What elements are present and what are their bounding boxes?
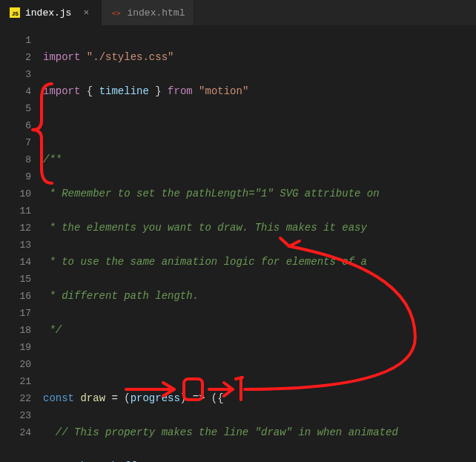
line-number: 17: [0, 305, 31, 322]
line-number: 8: [0, 151, 31, 168]
line-number: 14: [0, 254, 31, 271]
tab-label: index.js: [25, 7, 71, 19]
svg-text:<>: <>: [112, 10, 121, 18]
code-line: const draw = (progress) => ({: [43, 390, 476, 407]
code-line: [43, 356, 476, 373]
line-number: 11: [0, 202, 31, 220]
close-icon[interactable]: ×: [80, 7, 92, 19]
code-line: * different path length.: [43, 288, 476, 305]
html-icon: <>: [110, 7, 122, 19]
tab-label: index.html: [127, 7, 185, 19]
js-icon: JS: [9, 7, 21, 19]
code-line: strokeDashoffset: 1 - progress,: [43, 458, 476, 462]
line-number: 16: [0, 288, 31, 305]
line-number: 24: [0, 424, 31, 441]
line-number: 18: [0, 322, 31, 339]
line-number: 5: [0, 100, 31, 117]
line-number: 10: [0, 185, 31, 202]
tab-bar: JS index.js × <> index.html: [0, 0, 476, 26]
code-line: // This property makes the line "draw" i…: [43, 424, 476, 441]
code-line: * the elements you want to draw. This ma…: [43, 220, 476, 237]
line-number: 12: [0, 220, 31, 237]
svg-text:JS: JS: [12, 10, 19, 17]
line-number: 19: [0, 339, 31, 356]
line-number: 13: [0, 237, 31, 254]
line-number: 3: [0, 66, 31, 83]
line-number-gutter: 1 2 3 4 5 6 7 8 9 10 11 12 13 14 15 16 1…: [0, 26, 43, 462]
line-number: 21: [0, 373, 31, 390]
code-line: * Remember to set the pathLength="1" SVG…: [43, 185, 476, 202]
code-line: /**: [43, 151, 476, 168]
code-line: */: [43, 322, 476, 339]
code-line: import { timeline } from "motion": [43, 83, 476, 100]
line-number: 23: [0, 407, 31, 424]
line-number: 20: [0, 356, 31, 373]
line-number: 22: [0, 390, 31, 407]
code-line: [43, 117, 476, 134]
line-number: 4: [0, 83, 31, 100]
line-number: 7: [0, 134, 31, 151]
line-number: 1: [0, 32, 31, 49]
tab-index-js[interactable]: JS index.js ×: [0, 0, 102, 25]
line-number: 15: [0, 271, 31, 288]
code-area[interactable]: import "./styles.css" import { timeline …: [43, 26, 476, 462]
code-line: import "./styles.css": [43, 49, 476, 66]
code-line: * to use the same animation logic for el…: [43, 254, 476, 271]
line-number: 6: [0, 117, 31, 134]
tab-index-html[interactable]: <> index.html: [102, 0, 194, 25]
line-number: 2: [0, 49, 31, 66]
editor: 1 2 3 4 5 6 7 8 9 10 11 12 13 14 15 16 1…: [0, 26, 476, 462]
line-number: 9: [0, 168, 31, 185]
